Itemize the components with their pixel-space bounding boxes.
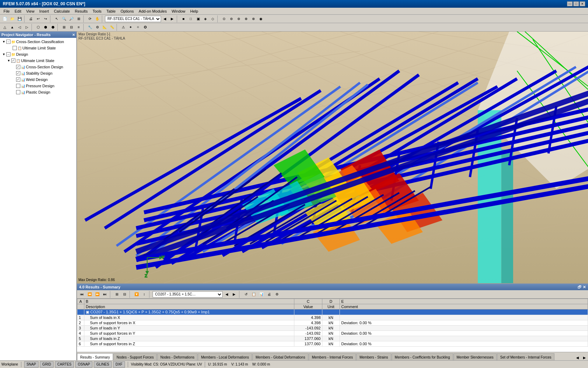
- tab-members-strains[interactable]: Members - Strains: [356, 353, 391, 360]
- tb2-btn11[interactable]: 🔧: [86, 24, 93, 31]
- panel-close-button[interactable]: ✕: [72, 33, 75, 37]
- tab-members-local[interactable]: Members - Local Deformations: [198, 353, 252, 360]
- view-btn2[interactable]: ⊚: [228, 15, 235, 22]
- tb2-btn12[interactable]: ⚙: [94, 24, 101, 31]
- checkbox-pd[interactable]: [16, 84, 20, 88]
- view-btn3[interactable]: ⊛: [235, 15, 242, 22]
- results-collapse-btn[interactable]: ⊟: [121, 291, 128, 298]
- results-sort-btn[interactable]: ↕: [141, 291, 148, 298]
- tb2-btn16[interactable]: ✦: [127, 24, 134, 31]
- results-print-btn[interactable]: 🖨: [266, 291, 273, 298]
- osnap-button[interactable]: OSNAP: [75, 361, 92, 368]
- tab-prev-btn[interactable]: ◀: [574, 354, 581, 360]
- results-last-btn[interactable]: ⏭: [102, 291, 108, 298]
- tb2-btn5[interactable]: ⬡: [35, 24, 42, 31]
- tb2-btn15[interactable]: ⚠: [120, 24, 127, 31]
- menu-edit[interactable]: Edit: [13, 8, 23, 14]
- render-btn1[interactable]: ■: [180, 15, 187, 22]
- tree-cross-section-design[interactable]: 📊 Cross-Section Design: [1, 64, 76, 70]
- render-btn5[interactable]: ◇: [209, 15, 216, 22]
- view-btn5[interactable]: ⊗: [250, 15, 257, 22]
- table-row[interactable]: 3: [77, 326, 84, 331]
- next-button[interactable]: ▶: [169, 15, 176, 22]
- menu-insert[interactable]: Insert: [37, 8, 51, 14]
- tb2-btn3[interactable]: ◁: [16, 24, 23, 31]
- close-button[interactable]: ✕: [580, 1, 585, 6]
- tree-cross-section-classification[interactable]: ▼ 📁 Cross-Section Classification: [1, 39, 76, 45]
- expand-icon[interactable]: ▼: [1, 39, 6, 44]
- menu-window[interactable]: Window: [169, 8, 187, 14]
- snap-button[interactable]: SNAP: [24, 361, 38, 368]
- print-button[interactable]: 🖨: [27, 15, 34, 22]
- tb2-btn9[interactable]: ⊟: [68, 24, 75, 31]
- results-combo-next[interactable]: ▶: [231, 291, 238, 298]
- menu-table[interactable]: Table: [104, 8, 118, 14]
- save-button[interactable]: 💾: [16, 15, 23, 22]
- checkbox-design[interactable]: [6, 52, 10, 56]
- results-next-btn[interactable]: ⏩: [94, 291, 101, 298]
- restore-button[interactable]: □: [573, 1, 579, 6]
- checkbox-uls1[interactable]: [13, 46, 17, 50]
- tb2-btn1[interactable]: △: [1, 24, 8, 31]
- checkbox-cross-section[interactable]: [6, 40, 10, 44]
- 3d-viewport[interactable]: Y Z Max Design Ratio [-] RF-STEEL EC3 CA…: [77, 32, 588, 283]
- menu-view[interactable]: View: [24, 8, 37, 14]
- tab-members-internal[interactable]: Members - Internal Forces: [309, 353, 356, 360]
- table-row[interactable]: [77, 309, 84, 315]
- tab-members-global[interactable]: Members - Global Deformations: [252, 353, 308, 360]
- undo-button[interactable]: ↩: [35, 15, 42, 22]
- results-prev-btn[interactable]: ⏪: [86, 291, 93, 298]
- results-combo[interactable]: CO207 - 1.35G1 + 1.5C…: [153, 291, 223, 298]
- tb2-btn14[interactable]: 📏: [108, 24, 115, 31]
- redo-button[interactable]: ↪: [42, 15, 49, 22]
- tab-results-summary[interactable]: Results - Summary: [77, 353, 113, 360]
- tree-weld-design[interactable]: 📊 Weld Design: [1, 76, 76, 83]
- glines-button[interactable]: GLINES: [94, 361, 112, 368]
- tab-nodes-support[interactable]: Nodes - Support Forces: [113, 353, 157, 360]
- checkbox-wd[interactable]: [16, 77, 20, 82]
- select-button[interactable]: ↖: [53, 15, 60, 22]
- expand-icon3[interactable]: ▼: [1, 52, 6, 57]
- cartes-button[interactable]: CARTES: [55, 361, 74, 368]
- tb2-btn6[interactable]: ⬢: [42, 24, 49, 31]
- table-row[interactable]: 2: [77, 320, 84, 326]
- tree-pressure-design[interactable]: 📊 Pressure Design: [1, 83, 76, 89]
- menu-tools[interactable]: Tools: [90, 8, 104, 14]
- pan-button[interactable]: ✋: [94, 15, 101, 22]
- tab-next-btn[interactable]: ▶: [581, 354, 588, 360]
- tree-stability-design[interactable]: 📊 Stability Design: [1, 70, 76, 76]
- menu-file[interactable]: File: [1, 8, 12, 14]
- tab-member-slenderness[interactable]: Member Slendernesses: [454, 353, 497, 360]
- tree-uls-1[interactable]: 📋 Ultimate Limit State: [1, 45, 76, 51]
- menu-addon[interactable]: Add-on Modules: [136, 8, 169, 14]
- table-row[interactable]: 6: [77, 341, 84, 347]
- results-excel-btn[interactable]: 📊: [258, 291, 265, 298]
- results-config-btn[interactable]: ⚙: [273, 291, 280, 298]
- tree-design[interactable]: ▼ 📁 Design: [1, 51, 76, 57]
- menu-calculate[interactable]: Calculate: [52, 8, 72, 14]
- tb2-btn8[interactable]: ⊞: [61, 24, 68, 31]
- menu-options[interactable]: Options: [118, 8, 136, 14]
- table-row[interactable]: 4: [77, 331, 84, 336]
- open-button[interactable]: 📁: [9, 15, 16, 22]
- results-combo-prev[interactable]: ◀: [223, 291, 230, 298]
- tb2-btn18[interactable]: ✪: [142, 24, 149, 31]
- checkbox-uls-design[interactable]: [11, 59, 15, 63]
- results-first-btn[interactable]: ⏮: [78, 291, 85, 298]
- tree-plastic-design[interactable]: 📊 Plastic Design: [1, 89, 76, 95]
- menu-results[interactable]: Results: [73, 8, 90, 14]
- results-refresh-btn[interactable]: ↺: [243, 291, 250, 298]
- view-btn1[interactable]: ⊙: [220, 15, 227, 22]
- results-copy-btn[interactable]: 📋: [250, 291, 257, 298]
- results-table-container[interactable]: A B C D E Description Value Unit Comment: [77, 299, 588, 352]
- zoom-in-button[interactable]: 🔍: [61, 15, 68, 22]
- tb2-btn7[interactable]: ⬣: [49, 24, 56, 31]
- table-row[interactable]: 5: [77, 336, 84, 341]
- module-combo[interactable]: RF-STEEL EC3 CA1 - TÁHLA: [105, 16, 161, 22]
- menu-help[interactable]: Help: [188, 8, 201, 14]
- zoom-all-button[interactable]: ⊞: [75, 15, 82, 22]
- tab-nodes-deformations[interactable]: Nodes - Deformations: [157, 353, 197, 360]
- results-filter-btn[interactable]: 🔽: [133, 291, 140, 298]
- zoom-out-button[interactable]: 🔎: [68, 15, 75, 22]
- tree-uls-design[interactable]: ▼ 📋 Ultimate Limit State: [1, 57, 76, 64]
